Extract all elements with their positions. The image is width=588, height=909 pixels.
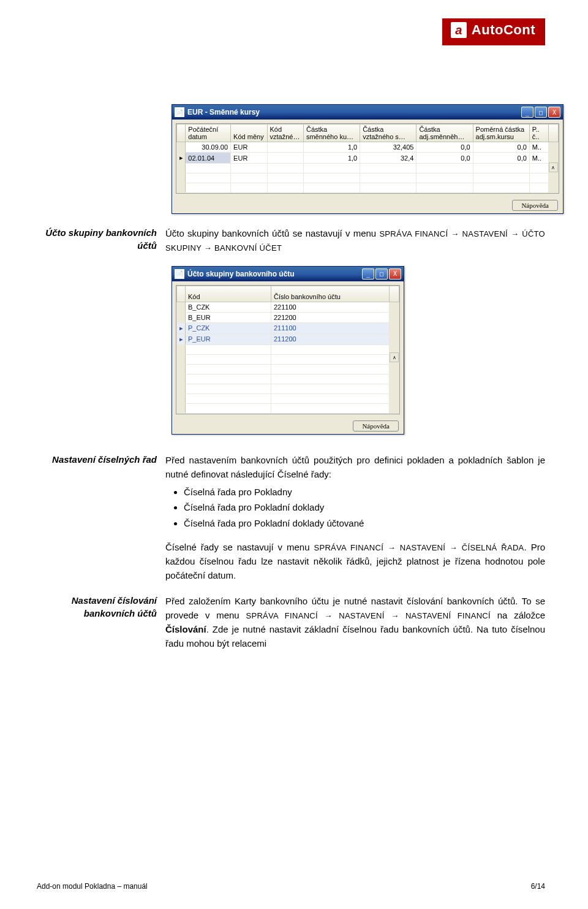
window-icon: 📄	[175, 269, 184, 279]
row-indicator-icon: ▸	[177, 153, 186, 164]
window-title: EUR - Směnné kursy	[187, 108, 521, 116]
minimize-button[interactable]: _	[521, 107, 533, 118]
page-number: 6/14	[531, 882, 545, 891]
table-row[interactable]: B_CZK221100∧	[177, 302, 399, 312]
col-header[interactable]: Číslo bankovního účtu	[271, 286, 390, 302]
window-icon: 📄	[175, 107, 184, 117]
col-header[interactable]: Částka směnného ku…	[303, 124, 360, 142]
section-label: Nastavení číslování bankovních účtů	[37, 594, 165, 651]
window-exchange-rates: 📄 EUR - Směnné kursy _ □ X Počáteční dat…	[172, 104, 564, 214]
close-button[interactable]: X	[389, 268, 401, 280]
titlebar[interactable]: 📄 Účto skupiny bankovního účtu _ □ X	[172, 267, 404, 281]
col-header[interactable]: Poměrná částka adj.sm.kursu	[473, 124, 529, 142]
row-indicator-icon: ▸	[177, 333, 186, 344]
scrollbar[interactable]: ∧	[548, 142, 558, 193]
footer-title: Add-on modul Pokladna – manuál	[37, 882, 148, 891]
maximize-button[interactable]: □	[535, 107, 547, 118]
section-label: Nastavení číselných řad	[37, 453, 165, 534]
list-item: Číselná řada pro Pokladny	[184, 485, 545, 499]
col-header[interactable]: P.. č..	[529, 124, 548, 142]
help-button[interactable]: Nápověda	[353, 420, 399, 432]
table-row[interactable]	[177, 403, 399, 413]
minimize-button[interactable]: _	[362, 268, 374, 280]
table-row[interactable]	[177, 164, 559, 173]
window-account-groups: 📄 Účto skupiny bankovního účtu _ □ X Kód…	[172, 266, 404, 435]
table-row[interactable]	[177, 344, 399, 354]
row-indicator-icon: ▸	[177, 322, 186, 333]
table-row[interactable]: ▸P_EUR211200	[177, 333, 399, 344]
section-label: Účto skupiny bankovních účtů	[37, 226, 165, 255]
col-header[interactable]: Částka vztažného s…	[360, 124, 417, 142]
section-text: Před založením Karty bankovního účtu je …	[165, 594, 545, 651]
table-row[interactable]	[177, 394, 399, 403]
list-item: Číselná řada pro Pokladní doklady	[184, 500, 545, 514]
table-row[interactable]: 30.09.00 EUR 1,0 32,405 0,0 0,0 M.. ∧	[177, 142, 559, 153]
col-header[interactable]: Kód	[186, 286, 271, 302]
scrollbar[interactable]: ∧	[390, 302, 399, 413]
table-row[interactable]	[177, 384, 399, 394]
table-row[interactable]: B_EUR221200	[177, 312, 399, 322]
table-row[interactable]	[177, 364, 399, 374]
table-row[interactable]: ▸P_CZK211100	[177, 322, 399, 333]
page-footer: Add-on modul Pokladna – manuál 6/14	[37, 882, 545, 891]
window-title: Účto skupiny bankovního účtu	[187, 270, 362, 278]
col-header[interactable]: Kód měny	[231, 124, 267, 142]
section-text: Před nastavením bankovních účtů použitýc…	[165, 453, 545, 534]
titlebar[interactable]: 📄 EUR - Směnné kursy _ □ X	[172, 105, 563, 120]
table-row[interactable]	[177, 354, 399, 364]
table-row[interactable]	[177, 173, 559, 183]
accounts-grid[interactable]: Kód Číslo bankovního účtu B_CZK221100∧ B…	[176, 285, 400, 414]
close-button[interactable]: X	[548, 107, 560, 118]
help-button[interactable]: Nápověda	[512, 200, 558, 211]
section-text: Účto skupiny bankovních účtů se nastavuj…	[165, 226, 545, 255]
maximize-button[interactable]: □	[375, 268, 388, 280]
logo-mark: a	[451, 22, 467, 38]
logo: a AutoCont	[442, 18, 545, 45]
col-header[interactable]: Kód vztažné…	[267, 124, 303, 142]
exchange-grid[interactable]: Počáteční datum Kód měny Kód vztažné… Čá…	[176, 123, 559, 194]
logo-text: AutoCont	[472, 22, 535, 38]
list-item: Číselná řada pro Pokladní doklady účtova…	[184, 516, 545, 530]
col-header[interactable]: Počáteční datum	[186, 124, 231, 142]
table-row[interactable]	[177, 183, 559, 193]
section-text: Číselné řady se nastavují v menu SPRÁVA …	[165, 540, 545, 583]
table-row[interactable]	[177, 374, 399, 384]
table-row[interactable]: ▸ 02.01.04 EUR 1,0 32,4 0,0 0,0 M..	[177, 153, 559, 164]
col-header[interactable]: Částka adj.směnněh…	[417, 124, 473, 142]
